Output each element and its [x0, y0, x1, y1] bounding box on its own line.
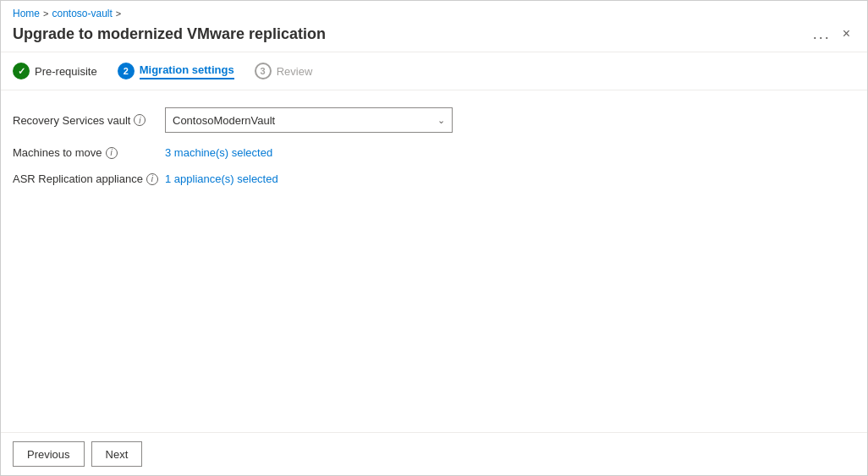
step-review[interactable]: 3 Review — [255, 63, 313, 79]
step-circle-review: 3 — [255, 63, 272, 79]
label-vault-text: Recovery Services vault — [13, 114, 130, 127]
chevron-down-icon: ⌄ — [437, 115, 445, 126]
info-icon-vault[interactable]: i — [134, 114, 146, 126]
step-prerequisite[interactable]: ✓ Pre-requisite — [13, 63, 97, 79]
breadcrumb-separator-1: > — [43, 8, 48, 19]
modal-footer: Previous Next — [1, 432, 867, 475]
step-number-migration: 2 — [124, 66, 129, 76]
appliance-link[interactable]: 1 appliance(s) selected — [165, 172, 278, 185]
vault-select-value: ContosoModernVault — [173, 114, 275, 127]
modal-body: Recovery Services vault i ContosoModernV… — [1, 90, 867, 432]
control-appliance: 1 appliance(s) selected — [165, 172, 278, 185]
step-migration-settings[interactable]: 2 Migration settings — [118, 63, 234, 79]
step-number-review: 3 — [261, 66, 266, 76]
breadcrumb-separator-2: > — [116, 8, 121, 19]
breadcrumb-vault[interactable]: contoso-vault — [52, 8, 112, 19]
modal-window: Home > contoso-vault > Upgrade to modern… — [0, 0, 868, 476]
label-appliance-text: ASR Replication appliance — [13, 172, 143, 185]
next-button[interactable]: Next — [91, 441, 143, 467]
control-machines: 3 machine(s) selected — [165, 146, 272, 159]
breadcrumb: Home > contoso-vault > — [1, 1, 867, 23]
step-label-review: Review — [277, 65, 313, 78]
more-options-button[interactable]: ... — [813, 25, 831, 43]
step-label-migration: Migration settings — [140, 63, 234, 79]
form-row-machines: Machines to move i 3 machine(s) selected — [13, 146, 855, 159]
label-machines-text: Machines to move — [13, 146, 102, 159]
control-vault: ContosoModernVault ⌄ — [165, 107, 453, 133]
previous-button[interactable]: Previous — [13, 441, 85, 467]
label-machines: Machines to move i — [13, 146, 165, 159]
check-icon: ✓ — [18, 66, 25, 77]
modal-header: Upgrade to modernized VMware replication… — [1, 23, 867, 52]
label-vault: Recovery Services vault i — [13, 114, 165, 127]
step-label-prerequisite: Pre-requisite — [35, 65, 97, 78]
step-circle-migration: 2 — [118, 63, 135, 79]
steps-bar: ✓ Pre-requisite 2 Migration settings 3 R… — [1, 52, 867, 90]
modal-title: Upgrade to modernized VMware replication — [13, 25, 805, 43]
form-row-appliance: ASR Replication appliance i 1 appliance(… — [13, 172, 855, 185]
machines-link[interactable]: 3 machine(s) selected — [165, 146, 272, 159]
info-icon-appliance[interactable]: i — [146, 173, 158, 185]
form-row-vault: Recovery Services vault i ContosoModernV… — [13, 107, 855, 133]
step-circle-prerequisite: ✓ — [13, 63, 30, 79]
vault-select[interactable]: ContosoModernVault ⌄ — [165, 107, 453, 133]
info-icon-machines[interactable]: i — [106, 147, 118, 159]
label-appliance: ASR Replication appliance i — [13, 172, 165, 185]
close-button[interactable]: × — [838, 25, 855, 43]
breadcrumb-home[interactable]: Home — [13, 8, 40, 19]
